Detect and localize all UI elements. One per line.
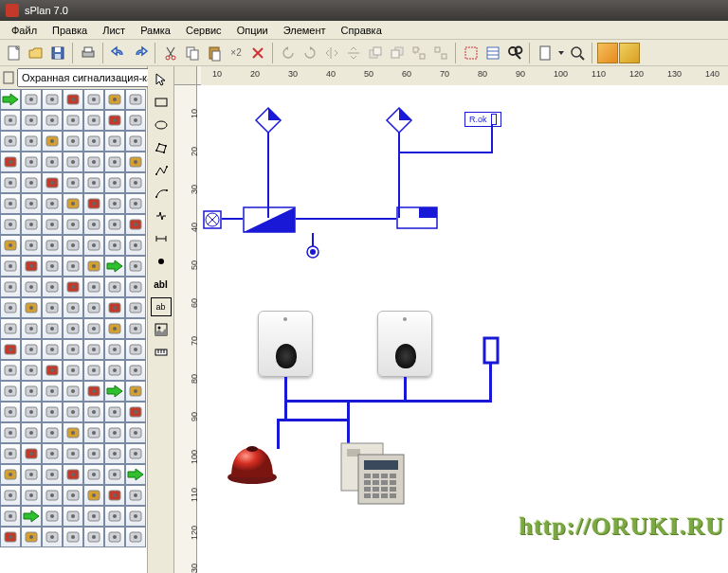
- copy-button[interactable]: [182, 43, 203, 63]
- special-tool[interactable]: [151, 206, 172, 225]
- wire[interactable]: [398, 133, 400, 218]
- canvas[interactable]: R.ok: [197, 85, 728, 573]
- library-item[interactable]: [0, 485, 21, 506]
- library-item[interactable]: [125, 110, 146, 131]
- symbol-node[interactable]: [305, 244, 320, 260]
- library-item[interactable]: [63, 318, 83, 339]
- library-item[interactable]: [125, 318, 146, 339]
- library-item[interactable]: [42, 256, 63, 277]
- find-button[interactable]: [504, 43, 525, 63]
- symbol-terminal[interactable]: [483, 337, 500, 366]
- library-item[interactable]: [21, 339, 42, 360]
- menu-file[interactable]: Файл: [4, 23, 45, 38]
- library-item[interactable]: [104, 152, 125, 172]
- library-item[interactable]: [125, 193, 146, 214]
- wire[interactable]: [398, 152, 493, 153]
- library-item[interactable]: [83, 214, 104, 235]
- library-item[interactable]: [125, 131, 146, 152]
- library-item[interactable]: [63, 152, 83, 172]
- library-item[interactable]: [63, 422, 83, 443]
- library-item[interactable]: [104, 235, 125, 256]
- library-item[interactable]: [104, 527, 125, 547]
- library-item[interactable]: [83, 277, 104, 297]
- library-item[interactable]: [0, 131, 21, 152]
- library-item[interactable]: [83, 422, 104, 443]
- wire[interactable]: [491, 125, 493, 153]
- library-item[interactable]: [63, 485, 83, 506]
- library-item[interactable]: [21, 256, 42, 277]
- library-item[interactable]: [104, 297, 125, 318]
- library-pin-button[interactable]: [2, 69, 15, 86]
- library-item[interactable]: [83, 297, 104, 318]
- library-grid[interactable]: [0, 89, 147, 573]
- device-pir-sensor-2[interactable]: [377, 311, 432, 377]
- library-item[interactable]: [63, 360, 83, 381]
- library-item[interactable]: [21, 485, 42, 506]
- library-item[interactable]: [42, 381, 63, 402]
- library-item[interactable]: [42, 110, 63, 131]
- duplicate-button[interactable]: ×2: [226, 43, 246, 63]
- library-item[interactable]: [83, 318, 104, 339]
- flip-v-button[interactable]: [343, 43, 364, 63]
- line-tool[interactable]: [151, 161, 172, 180]
- library-item[interactable]: [21, 172, 42, 193]
- textframe-tool[interactable]: ab: [151, 297, 172, 316]
- library-item[interactable]: [63, 193, 83, 214]
- library-item[interactable]: [0, 235, 21, 256]
- library-item[interactable]: [0, 110, 21, 131]
- library-item[interactable]: [104, 131, 125, 152]
- page-button[interactable]: [535, 43, 555, 63]
- library-item[interactable]: [21, 443, 42, 464]
- zoom-button[interactable]: [567, 43, 588, 63]
- library-item[interactable]: [83, 110, 104, 131]
- library-item[interactable]: [83, 172, 104, 193]
- library-item[interactable]: [63, 381, 83, 402]
- symbol-rok[interactable]: R.ok: [464, 112, 501, 127]
- library-item[interactable]: [42, 89, 63, 110]
- library-item[interactable]: [125, 214, 146, 235]
- rotate-right-button[interactable]: [300, 43, 320, 63]
- symbol-lamp[interactable]: [203, 210, 222, 229]
- text-tool[interactable]: abI: [151, 275, 172, 294]
- rotate-left-button[interactable]: [278, 43, 299, 63]
- bitmap-tool[interactable]: [151, 320, 172, 339]
- library-item[interactable]: [125, 464, 146, 485]
- library-item[interactable]: [125, 235, 146, 256]
- library-item[interactable]: [42, 485, 63, 506]
- library-item[interactable]: [125, 402, 146, 422]
- polygon-tool[interactable]: [151, 138, 172, 157]
- forms-button[interactable]: [482, 43, 503, 63]
- library-item[interactable]: [125, 172, 146, 193]
- library-item[interactable]: [125, 152, 146, 172]
- cut-button[interactable]: [160, 43, 181, 63]
- library-item[interactable]: [21, 277, 42, 297]
- library-item[interactable]: [104, 381, 125, 402]
- library-item[interactable]: [0, 318, 21, 339]
- library-item[interactable]: [104, 506, 125, 527]
- library-item[interactable]: [125, 89, 146, 110]
- library-item[interactable]: [104, 110, 125, 131]
- library-item[interactable]: [0, 297, 21, 318]
- library-item[interactable]: [0, 89, 21, 110]
- library-item[interactable]: [42, 339, 63, 360]
- library-item[interactable]: [83, 443, 104, 464]
- library-item[interactable]: [63, 527, 83, 547]
- ellipse-tool[interactable]: [151, 116, 172, 134]
- library-item[interactable]: [125, 485, 146, 506]
- library-item[interactable]: [83, 464, 104, 485]
- library-item[interactable]: [42, 152, 63, 172]
- menu-edit[interactable]: Правка: [45, 23, 95, 38]
- pointer-tool[interactable]: [151, 70, 172, 89]
- library-item[interactable]: [104, 318, 125, 339]
- library-item[interactable]: [0, 402, 21, 422]
- library-item[interactable]: [104, 214, 125, 235]
- library-item[interactable]: [83, 485, 104, 506]
- library-item[interactable]: [21, 527, 42, 547]
- library-item[interactable]: [63, 214, 83, 235]
- library-item[interactable]: [42, 527, 63, 547]
- library-item[interactable]: [0, 214, 21, 235]
- wire[interactable]: [312, 233, 314, 246]
- library-item[interactable]: [21, 89, 42, 110]
- library-item[interactable]: [21, 131, 42, 152]
- symbol-relay[interactable]: [396, 206, 438, 231]
